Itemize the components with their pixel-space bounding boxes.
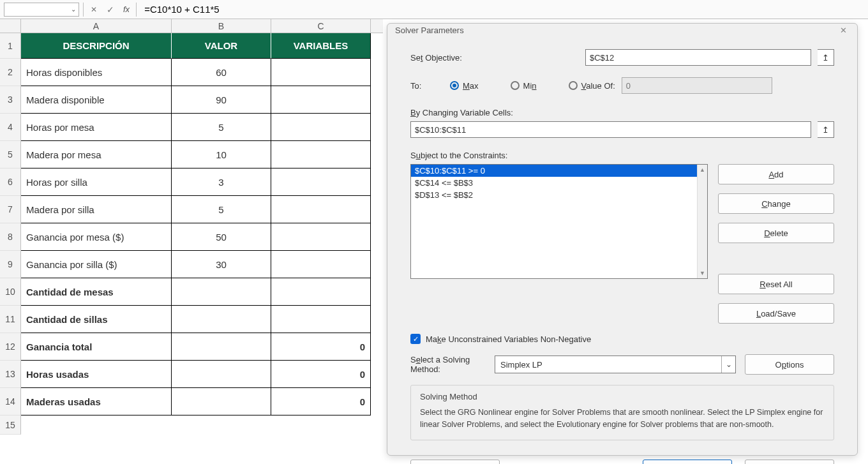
cell[interactable] (271, 306, 371, 333)
chevron-down-icon[interactable] (721, 356, 735, 373)
cell[interactable]: Madera disponible (21, 86, 172, 114)
cell[interactable] (271, 141, 371, 168)
row-header[interactable]: 7 (0, 196, 21, 223)
close-button[interactable]: Close (745, 460, 834, 465)
radio-min[interactable]: Min (511, 81, 537, 91)
cell[interactable] (172, 415, 271, 435)
constraint-item[interactable]: $C$10:$C$11 >= 0 (411, 165, 707, 177)
fx-icon[interactable]: fx (121, 4, 132, 14)
row-header[interactable]: 14 (0, 388, 21, 415)
change-button[interactable]: Change (718, 193, 834, 214)
cell[interactable]: 5 (172, 114, 271, 141)
close-icon[interactable] (837, 24, 849, 36)
cell[interactable]: 90 (172, 86, 271, 114)
cell[interactable]: Madera por silla (21, 196, 172, 223)
cell[interactable]: Madera por mesa (21, 141, 172, 168)
cell[interactable] (271, 223, 371, 251)
cancel-formula-button[interactable] (87, 3, 100, 17)
row-header[interactable]: 8 (0, 223, 21, 251)
set-objective-input[interactable]: $C$12 (585, 49, 811, 66)
cell[interactable] (172, 388, 271, 415)
cell[interactable] (172, 278, 271, 306)
cell[interactable]: 50 (172, 223, 271, 251)
col-header-a[interactable]: A (21, 19, 172, 33)
cell[interactable] (172, 333, 271, 361)
load-save-button[interactable]: Load/Save (718, 303, 834, 324)
cell[interactable]: Cantidad de sillas (21, 306, 172, 333)
cell[interactable]: 0 (271, 388, 371, 415)
cell[interactable] (271, 86, 371, 114)
scrollbar[interactable] (697, 165, 707, 278)
row-header[interactable]: 12 (0, 333, 21, 361)
add-button[interactable]: Add (718, 164, 834, 184)
checkbox-nonnegative[interactable] (410, 334, 421, 344)
cell[interactable]: 3 (172, 168, 271, 196)
header-cell[interactable]: VALOR (172, 33, 271, 59)
row-header[interactable]: 11 (0, 306, 21, 333)
constraint-item[interactable]: $C$14 <= $B$3 (411, 177, 707, 189)
range-picker-icon[interactable] (818, 121, 834, 138)
cell[interactable]: 60 (172, 59, 271, 86)
accept-formula-button[interactable] (104, 3, 117, 17)
name-box[interactable]: ⌄ (4, 3, 79, 17)
cell[interactable] (172, 361, 271, 388)
row-header[interactable]: 4 (0, 114, 21, 141)
cell[interactable]: Ganancia por silla ($) (21, 251, 172, 278)
cell[interactable]: 5 (172, 196, 271, 223)
cell[interactable]: Horas por mesa (21, 114, 172, 141)
cell[interactable] (271, 415, 371, 435)
row-header[interactable]: 15 (0, 415, 21, 435)
radio-max[interactable]: Max (450, 81, 479, 91)
select-all-corner[interactable] (0, 19, 21, 33)
cell[interactable]: Maderas usadas (21, 388, 172, 415)
constraint-item[interactable]: $D$13 <= $B$2 (411, 189, 707, 201)
changing-cells-input[interactable]: $C$10:$C$11 (410, 121, 811, 138)
cell[interactable]: 0 (271, 333, 371, 361)
cell[interactable]: 30 (172, 251, 271, 278)
solve-button[interactable]: Solve (643, 460, 732, 465)
cell[interactable]: Horas disponibles (21, 59, 172, 86)
cell[interactable] (271, 196, 371, 223)
scroll-down-icon[interactable] (698, 268, 707, 278)
cell[interactable] (271, 251, 371, 278)
formula-input[interactable] (140, 3, 864, 17)
row-header[interactable]: 1 (0, 33, 21, 59)
cell[interactable]: Ganancia total (21, 333, 172, 361)
chevron-down-icon[interactable]: ⌄ (71, 6, 76, 13)
cell[interactable]: Horas por silla (21, 168, 172, 196)
header-cell[interactable]: DESCRIPCIÓN (21, 33, 172, 59)
constraints-list[interactable]: $C$10:$C$11 >= 0$C$14 <= $B$3$D$13 <= $B… (410, 164, 708, 279)
cell[interactable] (271, 278, 371, 306)
row-header[interactable]: 5 (0, 141, 21, 168)
delete-button[interactable]: Delete (718, 223, 834, 243)
row-header[interactable]: 3 (0, 86, 21, 114)
value-of-input[interactable] (622, 77, 772, 94)
header-cell[interactable]: VARIABLES (271, 33, 371, 59)
dialog-titlebar[interactable]: Solver Parameters (387, 24, 857, 36)
cell[interactable] (172, 306, 271, 333)
cell[interactable]: Horas usadas (21, 361, 172, 388)
cell[interactable]: Cantidad de mesas (21, 278, 172, 306)
cell[interactable]: 10 (172, 141, 271, 168)
cell[interactable] (21, 415, 172, 435)
row-header[interactable]: 13 (0, 361, 21, 388)
cell[interactable]: Ganancia por mesa ($) (21, 223, 172, 251)
help-button[interactable]: Help (410, 460, 500, 465)
col-header-c[interactable]: C (271, 19, 371, 33)
row-header[interactable]: 2 (0, 59, 21, 86)
range-picker-icon[interactable] (818, 49, 834, 66)
solving-method-select[interactable]: Simplex LP (495, 355, 736, 373)
radio-icon (569, 81, 578, 90)
cell[interactable] (271, 168, 371, 196)
radio-valueof[interactable]: Value Of: (569, 81, 615, 91)
row-header[interactable]: 6 (0, 168, 21, 196)
row-header[interactable]: 10 (0, 278, 21, 306)
options-button[interactable]: Options (745, 354, 834, 375)
cell[interactable]: 0 (271, 361, 371, 388)
row-header[interactable]: 9 (0, 251, 21, 278)
cell[interactable] (271, 114, 371, 141)
col-header-b[interactable]: B (172, 19, 271, 33)
cell[interactable] (271, 59, 371, 86)
reset-all-button[interactable]: Reset All (718, 274, 834, 294)
scroll-up-icon[interactable] (698, 165, 707, 175)
